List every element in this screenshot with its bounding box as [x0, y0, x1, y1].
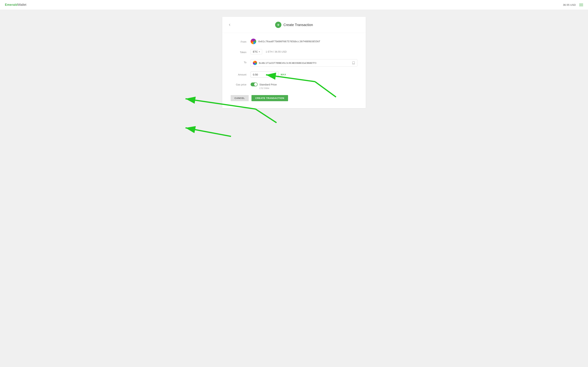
gas-price-row: Gas price Standard Price 2.52 GWei [231, 83, 357, 90]
transaction-card: ◆ Create Transaction From 0x61c76aa8f7b6… [222, 17, 366, 108]
token-row: Token ETC ▾ 1 ETH / 36.55 USD [231, 49, 357, 54]
token-label: Token [231, 49, 246, 54]
hamburger-line-3 [579, 6, 583, 6]
balance-display: 36.55 USD [563, 3, 576, 6]
gas-price-label: Gas price [231, 83, 246, 86]
buttons-row: CANCEL CREATE TRANSACTION [231, 95, 357, 101]
amount-label: Amount [231, 71, 246, 76]
etc-icon: ◆ [275, 22, 281, 28]
to-value: 0x48c1f1eCEf709BC45c3c9C4B3360632aC068Ef… [251, 59, 357, 67]
card-title: Create Transaction [284, 23, 313, 27]
token-arrow: ▾ [259, 50, 260, 53]
max-button[interactable]: MAX [281, 73, 286, 76]
to-identicon [253, 61, 257, 65]
hamburger-line-2 [579, 5, 583, 5]
topbar: Emerald Wallet 36.55 USD [0, 0, 588, 10]
page-content: ◆ Create Transaction From 0x61c76aa8f7b6… [0, 10, 588, 115]
create-transaction-button[interactable]: CREATE TRANSACTION [251, 95, 288, 101]
standard-price-toggle[interactable] [251, 83, 258, 86]
address-book-icon[interactable] [352, 61, 355, 65]
logo-emerald: Emerald [5, 3, 18, 7]
card-header: ◆ Create Transaction [222, 17, 366, 33]
hamburger-line-1 [579, 4, 583, 4]
gas-value: Standard Price 2.52 GWei [251, 83, 277, 90]
amount-input[interactable] [251, 71, 279, 78]
from-identicon [251, 39, 256, 44]
token-name: ETC [253, 50, 258, 53]
from-row: From 0x61c76aa8f7b600f6675765bbcc36f4089… [231, 39, 357, 44]
menu-button[interactable] [579, 4, 583, 6]
to-label: To [231, 59, 246, 64]
svg-text:◆: ◆ [277, 24, 279, 26]
logo: Emerald Wallet [5, 3, 26, 7]
to-row: To 0x48c1f1eCEf709BC45c3c9C4B3360632aC06… [231, 59, 357, 67]
from-value: 0x61c76aa8f7b600f6675765bbcc36f4089b5855… [251, 39, 357, 44]
to-address: 0x48c1f1eCEf709BC45c3c9C4B3360632aC068Ef… [259, 62, 350, 64]
back-button[interactable] [228, 23, 231, 26]
from-address: 0x61c76aa8f7b600f6675765bbcc36f4089b5855… [258, 40, 320, 43]
from-label: From [231, 39, 246, 43]
cancel-button[interactable]: CANCEL [231, 95, 249, 101]
topbar-right: 36.55 USD [563, 3, 583, 6]
logo-wallet: Wallet [18, 3, 26, 7]
token-select[interactable]: ETC ▾ [251, 49, 262, 54]
gas-top: Standard Price [251, 83, 277, 86]
standard-price-label: Standard Price [259, 83, 277, 86]
token-value: ETC ▾ 1 ETH / 36.55 USD [251, 49, 357, 54]
gwei-value: 2.52 GWei [259, 87, 277, 90]
balance-text: 1 ETH / 36.55 USD [266, 50, 287, 53]
amount-value: MAX [251, 71, 357, 78]
card-body: From 0x61c76aa8f7b600f6675765bbcc36f4089… [222, 33, 366, 108]
to-input-wrapper[interactable]: 0x48c1f1eCEf709BC45c3c9C4B3360632aC068Ef… [251, 59, 357, 67]
amount-row: Amount MAX [231, 71, 357, 78]
